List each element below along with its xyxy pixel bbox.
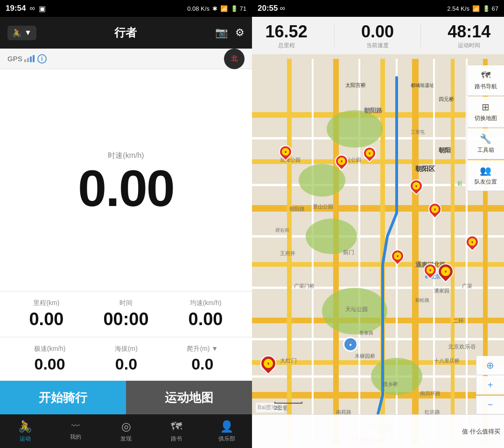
mine-icon: 〰 bbox=[71, 421, 80, 431]
speed-area: 时速(km/h) 0.00 bbox=[0, 69, 252, 291]
nav-roadbook[interactable]: 🗺 路书 bbox=[151, 420, 202, 443]
svg-text:北京欢乐谷: 北京欢乐谷 bbox=[448, 343, 476, 350]
svg-text:景山公园: 景山公园 bbox=[313, 204, 333, 209]
stats-row-1: 里程(km) 0.00 时间 00:00 均速(km/h) 0.00 bbox=[0, 291, 252, 337]
club-label: 俱乐部 bbox=[218, 435, 235, 443]
nav-mine[interactable]: 〰 我的 bbox=[50, 421, 101, 441]
teammate-location-button[interactable]: 👥 队友位置 bbox=[467, 160, 504, 191]
svg-text:三里屯: 三里屯 bbox=[411, 129, 425, 135]
climb-stat: 爬升(m) ▼ 0.0 bbox=[187, 345, 218, 373]
roadbook-nav-icon: 🗺 bbox=[481, 70, 490, 81]
roadbook-nav-label: 路书导航 bbox=[475, 83, 497, 91]
time-stat: 时间 00:00 bbox=[103, 299, 148, 329]
roadbook-icon: 🗺 bbox=[171, 420, 182, 433]
stat-divider-1 bbox=[334, 24, 335, 47]
altitude-value: 0.0 bbox=[115, 355, 137, 373]
nav-bar: 🚴 运动 〰 我的 ◎ 发现 🗺 路书 👤 俱乐部 bbox=[0, 414, 252, 448]
altitude-label: 海拔(m) bbox=[115, 345, 138, 353]
toolbox-label: 工具箱 bbox=[477, 146, 494, 154]
svg-text:景泰路: 景泰路 bbox=[359, 330, 373, 335]
avg-speed-stat: 均速(km/h) 0.00 bbox=[189, 299, 223, 329]
settings-icon[interactable]: ⚙ bbox=[235, 27, 245, 39]
svg-point-29 bbox=[371, 358, 422, 395]
info-icon[interactable]: i bbox=[37, 54, 47, 64]
nav-discover[interactable]: ◎ 发现 bbox=[101, 420, 151, 443]
gps-label: GPS bbox=[7, 55, 22, 63]
club-icon: 👤 bbox=[220, 420, 234, 433]
bike-mode-button[interactable]: 🚴 ▼ bbox=[7, 26, 36, 40]
svg-text:府右街: 府右街 bbox=[275, 228, 289, 233]
start-riding-button[interactable]: 开始骑行 bbox=[0, 381, 126, 414]
svg-text:前门: 前门 bbox=[343, 249, 354, 256]
svg-text:广渠: 广渠 bbox=[462, 283, 472, 289]
altitude-stat: 海拔(m) 0.0 bbox=[115, 345, 138, 373]
distance-value: 0.00 bbox=[29, 309, 63, 329]
svg-text:起: 起 bbox=[457, 180, 462, 186]
switch-map-label: 切换地图 bbox=[475, 114, 497, 122]
bottom-text-right: 值·什么值得买 bbox=[462, 427, 500, 436]
sport-map-button[interactable]: 运动地图 bbox=[126, 381, 252, 414]
zoom-in-button[interactable]: + bbox=[476, 376, 504, 395]
zoom-out-button[interactable]: − bbox=[476, 396, 504, 414]
svg-text:朝阳区: 朝阳区 bbox=[415, 165, 435, 172]
toolbox-button[interactable]: 🔧 工具箱 bbox=[467, 128, 504, 159]
svg-text:都城垣遗址: 都城垣遗址 bbox=[411, 83, 434, 88]
infinity-icon-right: ∞ bbox=[280, 4, 285, 13]
gps-bar: GPS i 北 bbox=[0, 49, 252, 69]
network-speed-left: 0.08 K/s bbox=[187, 5, 210, 12]
battery-left: 🔋 71 bbox=[231, 5, 246, 12]
infinity-icon: ∞ bbox=[29, 4, 35, 13]
avg-speed-label: 均速(km/h) bbox=[190, 299, 222, 307]
time-right: 20:55 bbox=[258, 4, 278, 13]
map-marker-1: ¥ bbox=[279, 145, 292, 161]
map-bottom-right: ⊕ + − bbox=[476, 356, 504, 414]
roadbook-nav-button[interactable]: 🗺 路书导航 bbox=[467, 65, 504, 96]
top-bar-icons: 📷 ⚙ bbox=[215, 27, 245, 39]
sport-icon: 🚴 bbox=[18, 420, 32, 433]
switch-map-button[interactable]: ⊞ 切换地图 bbox=[467, 97, 504, 128]
svg-text:勤松路: 勤松路 bbox=[415, 298, 429, 303]
svg-text:二环: 二环 bbox=[453, 318, 464, 324]
exercise-time-stat: 48:14 运动时间 bbox=[448, 22, 490, 50]
notification-icon: ▣ bbox=[39, 4, 46, 13]
map-marker-4: ¥ bbox=[410, 179, 423, 195]
top-bar: 🚴 ▼ 行者 📷 ⚙ bbox=[0, 17, 252, 49]
right-panel: 20:55 ∞ 2.54 K/s 📶 🔋 67 16.52 总里程 0.00 当… bbox=[252, 0, 504, 448]
bluetooth-icon: ✱ bbox=[212, 5, 217, 12]
map-marker-9: ¥ bbox=[466, 235, 479, 251]
scale-bar: 2公里 bbox=[274, 402, 302, 412]
svg-text:榄乡桥: 榄乡桥 bbox=[383, 381, 398, 387]
svg-text:十八里店桥: 十八里店桥 bbox=[434, 358, 460, 363]
svg-text:朝阳路: 朝阳路 bbox=[289, 206, 305, 212]
svg-text:木樨园桥: 木樨园桥 bbox=[355, 353, 375, 359]
signal-icon-right: 📶 bbox=[472, 5, 480, 12]
gps-signal-bars bbox=[24, 55, 35, 62]
svg-text:王府井: 王府井 bbox=[280, 250, 295, 256]
sport-label: 运动 bbox=[20, 435, 31, 443]
locate-button[interactable]: ⊕ bbox=[476, 356, 504, 375]
zoom-in-icon: + bbox=[488, 380, 493, 391]
total-distance-stat: 16.52 总里程 bbox=[266, 22, 308, 50]
climb-dropdown-icon[interactable]: ▼ bbox=[211, 345, 218, 352]
current-speed-stat: 0.00 当前速度 bbox=[361, 22, 394, 50]
time-label: 时间 bbox=[119, 299, 133, 307]
map-marker-10: ¥ bbox=[260, 356, 273, 371]
nav-sport[interactable]: 🚴 运动 bbox=[0, 420, 50, 443]
svg-text:朝阳路: 朝阳路 bbox=[364, 107, 383, 114]
avg-speed-value: 0.00 bbox=[189, 309, 223, 329]
roadbook-label: 路书 bbox=[171, 435, 182, 443]
start-marker: ● bbox=[343, 337, 358, 352]
camera-icon[interactable]: 📷 bbox=[215, 27, 228, 39]
scale-line bbox=[274, 402, 302, 404]
map-marker-7: ¥ bbox=[424, 263, 437, 279]
current-speed-value: 0.00 bbox=[361, 22, 394, 42]
right-nav-bar: 值·什么值得买 bbox=[252, 414, 504, 448]
bottom-buttons: 开始骑行 运动地图 bbox=[0, 381, 252, 414]
nav-club[interactable]: 👤 俱乐部 bbox=[202, 420, 252, 443]
speed-value: 0.00 bbox=[78, 163, 174, 214]
exercise-time-value: 48:14 bbox=[448, 22, 490, 42]
battery-right: 🔋 67 bbox=[483, 5, 498, 12]
climb-value: 0.0 bbox=[191, 355, 213, 373]
exercise-time-label: 运动时间 bbox=[458, 42, 480, 50]
max-speed-label: 极速(km/h) bbox=[34, 345, 66, 353]
